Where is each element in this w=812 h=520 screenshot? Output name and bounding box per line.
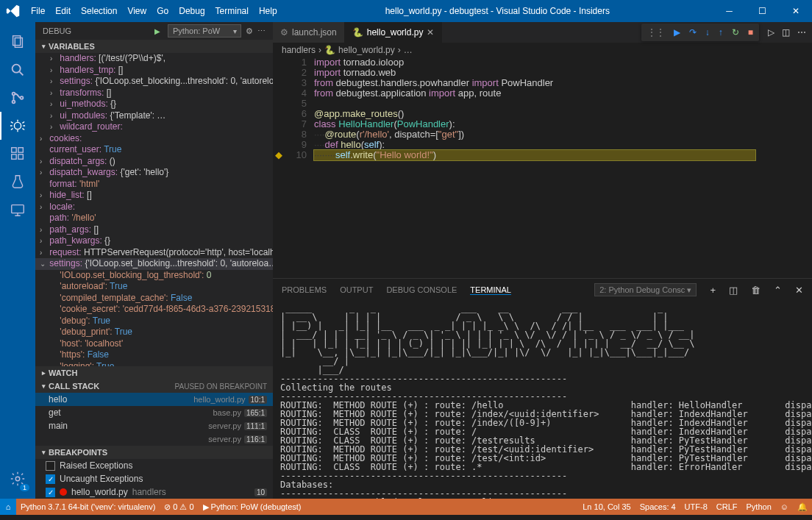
collapse-icon[interactable]: ▾ [38, 382, 49, 390]
variable-row[interactable]: 'https': False [35, 349, 273, 361]
start-debug-icon[interactable]: ▶ [154, 27, 160, 35]
tab-hello_world-py[interactable]: 🐍hello_world.py✕ [345, 22, 443, 43]
menu-go[interactable]: Go [152, 6, 174, 16]
bell-icon[interactable]: 🔔 [793, 502, 812, 512]
watch-section[interactable]: WATCH [49, 368, 273, 377]
menu-terminal[interactable]: Terminal [210, 6, 254, 16]
variable-row[interactable]: › request: HTTPServerRequest(protocol='h… [35, 247, 273, 259]
debug-config-select[interactable]: Python: PoW [168, 24, 241, 38]
variable-row[interactable]: › ui_methods: {} [35, 99, 273, 110]
stop-icon[interactable]: ■ [748, 27, 753, 38]
status-lang[interactable]: Python [742, 502, 776, 511]
callstack-section[interactable]: CALL STACK [49, 382, 175, 391]
variable-row[interactable]: › transforms: [] [35, 88, 273, 99]
callstack-frame[interactable]: server.py116:1 [35, 432, 273, 446]
variable-row[interactable]: current_user: True [35, 144, 273, 156]
status-python[interactable]: Python 3.7.1 64-bit ('venv': virtualenv) [16, 502, 160, 511]
callstack-frame[interactable]: mainserver.py111:1 [35, 419, 273, 432]
terminal-select[interactable]: 2: Python Debug Consc ▾ [594, 283, 697, 296]
variable-row[interactable]: › ui_modules: {'Template': … [35, 110, 273, 122]
trash-icon[interactable]: 🗑 [751, 285, 761, 296]
drag-handle-icon[interactable]: ⋮⋮ [647, 27, 665, 38]
variable-row[interactable]: › cookies: [35, 133, 273, 145]
split-terminal-icon[interactable]: ◫ [729, 285, 738, 296]
breakpoints-section[interactable]: BREAKPOINTS [49, 448, 273, 457]
variable-row[interactable]: format: 'html' [35, 179, 273, 190]
variable-row[interactable]: path: '/hello' [35, 213, 273, 224]
terminal-output[interactable]: _____ _ _ ___ __ ___ _ | __ \ | | | | / … [273, 301, 812, 499]
test-icon[interactable] [0, 168, 35, 196]
breakpoint-uncaught[interactable]: ✓Uncaught Exceptions [35, 472, 273, 485]
remote-status-icon[interactable]: ⌂ [0, 499, 16, 515]
maximize-panel-icon[interactable]: ⌃ [774, 285, 782, 296]
split-icon[interactable]: ◫ [782, 27, 790, 38]
variable-row[interactable]: 'logging': True [35, 361, 273, 367]
menu-selection[interactable]: Selection [76, 6, 122, 16]
variable-row[interactable]: › handlers: [('/test/(?P\\d+)$', [35, 53, 273, 65]
more-icon[interactable]: ⋯ [257, 26, 266, 36]
variable-row[interactable]: › wildcard_router: [35, 121, 273, 133]
variable-row[interactable]: 'debug': True [35, 316, 273, 327]
status-eol[interactable]: CRLF [712, 502, 742, 511]
close-icon[interactable]: ✕ [779, 6, 812, 16]
extensions-icon[interactable] [0, 140, 35, 168]
close-tab-icon[interactable]: ✕ [427, 27, 434, 38]
restart-icon[interactable]: ↻ [732, 27, 739, 38]
more-icon[interactable]: ⋯ [797, 27, 806, 38]
breakpoint-file[interactable]: ✓hello_world.pyhandlers10 [35, 485, 273, 499]
variable-row[interactable]: › handlers_tmp: [] [35, 65, 273, 76]
variable-row[interactable]: 'compiled_template_cache': False [35, 293, 273, 304]
remote-icon[interactable] [0, 196, 35, 224]
continue-icon[interactable]: ▶ [674, 27, 680, 38]
menu-view[interactable]: View [122, 6, 152, 16]
variable-row[interactable]: › settings: {'IOLoop.set_blocking...thre… [35, 76, 273, 88]
variable-row[interactable]: › hide_list: [] [35, 190, 273, 202]
step-into-icon[interactable]: ↓ [705, 27, 710, 38]
scm-icon[interactable] [0, 84, 35, 112]
variable-row[interactable]: › dispatch_kwargs: {'get': 'hello'} [35, 167, 273, 179]
collapse-icon[interactable]: ▾ [38, 43, 49, 50]
variable-row[interactable]: ⌄ settings: {'IOLoop.set_blocking...thre… [35, 258, 273, 270]
panel-tab-problems[interactable]: PROBLEMS [282, 285, 327, 294]
breakpoint-raised[interactable]: Raised Exceptions [35, 459, 273, 472]
collapse-icon[interactable]: ▾ [38, 449, 49, 456]
panel-tab-output[interactable]: OUTPUT [340, 285, 373, 294]
maximize-icon[interactable]: ☐ [746, 6, 779, 16]
status-spaces[interactable]: Spaces: 4 [635, 502, 680, 511]
search-icon[interactable] [0, 56, 35, 84]
variables-section[interactable]: VARIABLES [49, 42, 273, 51]
variable-row[interactable]: 'autoreload': True [35, 281, 273, 293]
status-problems[interactable]: ⊘0⚠0 [160, 502, 198, 512]
variable-row[interactable]: 'cookie_secret': 'cedd77d4-f865-46d3-a37… [35, 304, 273, 316]
variable-row[interactable]: 'IOLoop.set_blocking_log_threshold': 0 [35, 270, 273, 282]
step-out-icon[interactable]: ↑ [719, 27, 723, 38]
tab-launch-json[interactable]: ⚙launch.json [273, 22, 345, 43]
variable-row[interactable]: › dispatch_args: () [35, 156, 273, 168]
variable-row[interactable]: › path_args: [] [35, 224, 273, 236]
debug-icon[interactable] [0, 112, 35, 140]
breadcrumb[interactable]: handlers› 🐍hello_world.py› … [273, 43, 812, 57]
callstack-frame[interactable]: hellohello_world.py10:1 [35, 393, 273, 406]
step-over-icon[interactable]: ↷ [689, 27, 697, 38]
close-panel-icon[interactable]: ✕ [795, 285, 803, 296]
status-enc[interactable]: UTF-8 [680, 502, 712, 511]
status-debug[interactable]: ▶Python: PoW (debugtest) [199, 502, 306, 512]
panel-tab-terminal[interactable]: TERMINAL [470, 285, 511, 295]
explorer-icon[interactable] [0, 28, 35, 56]
variable-row[interactable]: 'host': 'localhost' [35, 338, 273, 350]
menu-edit[interactable]: Edit [50, 6, 76, 16]
editor-content[interactable]: import tornado.ioloop import tornado.web… [314, 57, 812, 278]
menu-debug[interactable]: Debug [174, 6, 210, 16]
minimize-icon[interactable]: ─ [713, 6, 746, 16]
callstack-frame[interactable]: getbase.py165:1 [35, 406, 273, 419]
panel-tab-debug-console[interactable]: DEBUG CONSOLE [386, 285, 457, 294]
menu-file[interactable]: File [26, 6, 50, 16]
new-terminal-icon[interactable]: + [710, 285, 716, 296]
feedback-icon[interactable]: ☺ [776, 502, 793, 511]
expand-icon[interactable]: ▸ [38, 369, 49, 377]
variable-row[interactable]: › path_kwargs: {} [35, 235, 273, 247]
gear-icon[interactable]: ⚙ [246, 26, 253, 36]
run-icon[interactable]: ▷ [768, 27, 774, 38]
variable-row[interactable]: › locale: [35, 202, 273, 213]
gear-icon[interactable]: 1 [0, 465, 35, 493]
